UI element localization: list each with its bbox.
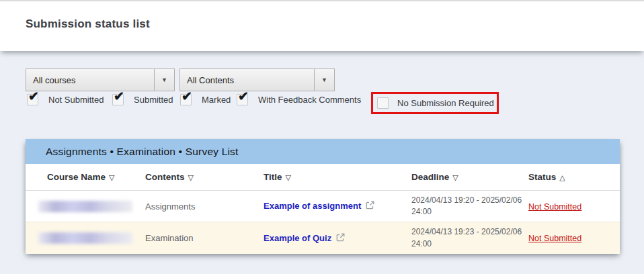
status-link[interactable]: Not Submitted	[528, 202, 581, 212]
deadline-cell: 2024/04/13 19:23 - 2025/02/06 24:00	[411, 226, 527, 250]
quiz-title-link[interactable]: Example of Quiz	[264, 233, 331, 243]
filter-not-submitted: Not Submitted	[27, 94, 104, 105]
table-header-row: Course Name▽ Contents▽ Title▽ Deadline▽ …	[26, 164, 620, 191]
deadline-cell: 2024/04/13 19:20 - 2025/02/06 24:00	[411, 195, 527, 218]
checkbox-label: Marked	[202, 95, 231, 105]
assignment-title-link[interactable]: Example of assignment	[264, 201, 361, 211]
submitted-checkbox[interactable]	[112, 94, 124, 105]
chevron-down-icon: ▼	[154, 69, 174, 91]
column-header-course-name[interactable]: Course Name▽	[47, 172, 145, 182]
no-submission-required-checkbox[interactable]	[377, 97, 389, 109]
with-feedback-comments-checkbox[interactable]	[237, 94, 248, 105]
sort-desc-icon: ▽	[286, 173, 291, 181]
external-link-icon	[366, 201, 374, 212]
sort-desc-icon: ▽	[452, 173, 458, 181]
marked-checkbox[interactable]	[180, 94, 192, 105]
status-link[interactable]: Not Submitted	[528, 234, 581, 243]
page-header: Submission status list	[0, 0, 644, 51]
course-name-redacted	[38, 232, 132, 244]
course-select[interactable]: All courses ▼	[26, 68, 175, 91]
page-title: Submission status list	[26, 17, 150, 31]
course-select-value: All courses	[26, 75, 154, 85]
course-name-redacted	[38, 201, 132, 212]
table-title: Assignments • Examination • Survey List	[26, 139, 620, 164]
column-header-deadline[interactable]: Deadline▽	[411, 172, 528, 182]
filter-with-feedback-comments: With Feedback Comments	[237, 94, 361, 105]
table-row: Assignments Example of assignment 2024/0…	[26, 191, 620, 222]
external-link-icon	[336, 234, 345, 244]
sort-desc-icon: ▽	[109, 173, 114, 181]
contents-cell: Assignments	[145, 201, 264, 212]
checkbox-label: Not Submitted	[48, 95, 104, 105]
highlight-annotation: No Submission Required	[371, 92, 499, 114]
sort-desc-icon: ▽	[188, 173, 194, 181]
contents-select[interactable]: All Contents ▼	[179, 68, 335, 91]
column-header-status[interactable]: Status△	[528, 172, 620, 182]
checkbox-label: No Submission Required	[397, 98, 494, 108]
not-submitted-checkbox[interactable]	[27, 94, 38, 105]
table-row: Examination Example of Quiz 2024/04/13 1…	[26, 222, 620, 254]
sort-asc-icon: △	[559, 173, 565, 181]
submission-table: Assignments • Examination • Survey List …	[26, 139, 620, 254]
checkbox-label: With Feedback Comments	[258, 95, 361, 105]
column-header-contents[interactable]: Contents▽	[145, 172, 264, 182]
page-root: { "page": { "title": "Submission status …	[0, 0, 644, 274]
filter-submitted: Submitted	[112, 94, 173, 105]
filter-marked: Marked	[180, 94, 231, 105]
checkbox-label: Submitted	[134, 95, 173, 105]
column-header-title[interactable]: Title▽	[264, 172, 411, 182]
contents-cell: Examination	[145, 233, 264, 243]
contents-select-value: All Contents	[180, 75, 314, 85]
chevron-down-icon: ▼	[314, 69, 334, 91]
